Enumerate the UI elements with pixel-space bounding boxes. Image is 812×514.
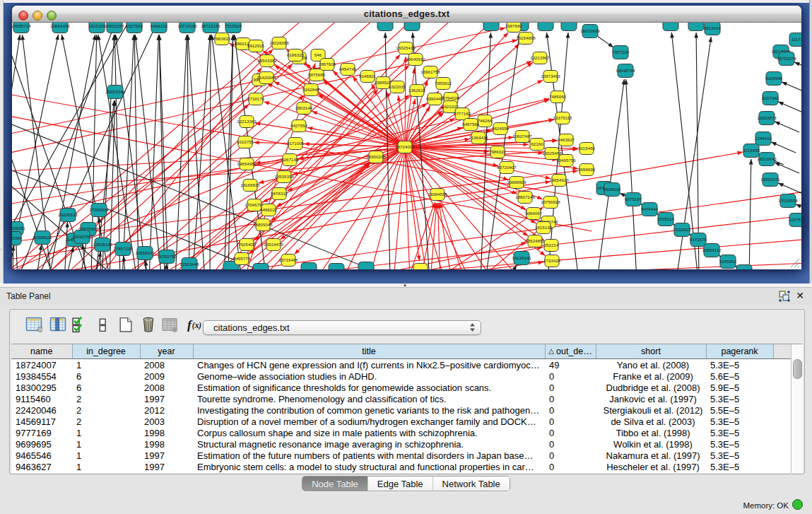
cell-title[interactable]: Corpus callosum shape and size in male p… (193, 427, 545, 438)
clear-selection-icon[interactable] (95, 316, 113, 334)
cell-name[interactable]: 9115460 (11, 393, 72, 404)
graph-node[interactable]: 9474444 (641, 203, 659, 216)
graph-node[interactable] (329, 264, 344, 270)
graph-node[interactable]: 16782759 (157, 250, 177, 264)
graph-node[interactable]: 8912915 (247, 40, 265, 52)
graph-node[interactable]: 20691406 (50, 23, 70, 33)
graph-node[interactable]: 15720407 (497, 162, 517, 174)
graph-node[interactable]: 10973493 (541, 71, 560, 83)
graph-node[interactable]: 9084067 (525, 208, 543, 220)
cell-out_de…[interactable]: 0 (545, 382, 596, 393)
splitter-grip-icon[interactable]: ▴ (404, 283, 410, 287)
cell-year[interactable]: 1997 (140, 461, 193, 472)
cell-title[interactable]: Embryonic stem cells: a model to study s… (193, 461, 545, 472)
cell-title[interactable]: Investigating the contribution of common… (193, 404, 545, 416)
graph-node[interactable]: 21364436 (469, 132, 488, 144)
table-row[interactable]: 1456911722003Disruption of a novel membe… (11, 416, 792, 427)
cell-short[interactable]: Franke et al. (2009) (596, 370, 706, 382)
cell-name[interactable]: 9777169 (11, 427, 72, 438)
cell-out_de…[interactable]: 0 (545, 404, 596, 416)
cell-year[interactable]: 2009 (140, 370, 193, 382)
cell-pagerank[interactable]: 5.3E–5 (706, 438, 773, 450)
graph-node[interactable]: 10688609 (507, 177, 526, 189)
graph-node[interactable]: 12213967 (530, 52, 550, 64)
graph-node[interactable]: 16914479 (264, 239, 283, 251)
column-header-name[interactable]: name (11, 344, 72, 359)
cell-pagerank[interactable]: 5.6E–5 (706, 370, 773, 382)
cell-title[interactable]: Disruption of a novel member of a sodium… (193, 416, 545, 427)
scrollbar-thumb[interactable] (793, 359, 802, 379)
graph-node[interactable]: 9463627 (558, 134, 575, 146)
graph-node[interactable]: 10654112 (702, 244, 722, 257)
table-source-dropdown[interactable]: citations_edges.txt (203, 320, 481, 335)
graph-node[interactable]: 18226058 (269, 37, 289, 49)
graph-node[interactable]: 12505135 (93, 238, 112, 252)
cell-in_degree[interactable]: 1 (72, 461, 140, 472)
cell-name[interactable]: 18724007 (11, 359, 72, 371)
graph-node[interactable]: 8267130 (281, 154, 299, 166)
graph-node[interactable]: 9171006 (287, 138, 305, 150)
graph-node[interactable]: 17353934 (89, 204, 109, 217)
graph-node[interactable]: 8813014 (704, 23, 722, 35)
graph-node[interactable]: 2803144 (295, 103, 313, 115)
graph-node[interactable]: 746266 (478, 115, 493, 127)
graph-node[interactable]: 12375115 (553, 112, 572, 124)
graph-node[interactable]: 9329966 (765, 72, 783, 86)
cell-short[interactable]: Tibbo et al. (1998) (596, 427, 706, 438)
graph-node[interactable]: 20206533 (58, 209, 78, 222)
cell-pagerank[interactable]: 5.3E–5 (706, 461, 773, 472)
cell-year[interactable]: 1997 (140, 450, 193, 461)
graph-node[interactable]: 17857225 (113, 243, 133, 256)
cell-short[interactable]: Nakamura et al. (1997) (596, 450, 706, 461)
graph-node[interactable]: 13524851 (525, 235, 545, 247)
graph-node[interactable]: 14136141 (512, 252, 531, 265)
graph-node[interactable]: 6322037 (389, 81, 406, 93)
table-row[interactable]: 911546021997Tourette syndrome. Phenomeno… (11, 393, 792, 404)
graph-node[interactable]: 6466102 (151, 23, 168, 33)
cell-out_de…[interactable]: 0 (545, 450, 596, 461)
cell-pagerank[interactable]: 5.3E–5 (706, 359, 773, 371)
graph-node[interactable]: 7986322 (489, 146, 507, 158)
graph-node[interactable] (538, 23, 553, 31)
graph-node[interactable]: 13535394 (274, 171, 294, 183)
graph-node[interactable]: 10653267 (105, 23, 124, 33)
table-row[interactable]: 969969511998Structural magnetic resonanc… (11, 438, 792, 450)
cell-year[interactable]: 2012 (140, 404, 193, 416)
graph-node[interactable]: 19654923 (549, 175, 569, 187)
cell-name[interactable]: 19384554 (11, 370, 72, 382)
graph-node[interactable]: 12923448 (180, 258, 199, 270)
graph-node[interactable]: 1167534 (789, 214, 801, 227)
table-row[interactable]: 1830029562008Estimation of significance … (11, 382, 792, 393)
cell-year[interactable]: 1998 (140, 438, 193, 450)
cell-out_de…[interactable]: 0 (545, 416, 596, 427)
cell-short[interactable]: Wolkin et al. (1998) (596, 438, 706, 450)
graph-node[interactable]: 6990448 (426, 93, 444, 105)
graph-node[interactable]: 16809346 (253, 219, 273, 231)
graph-node[interactable]: 5878312 (271, 188, 288, 200)
graph-node[interactable]: 11568629 (33, 231, 52, 245)
graph-node[interactable]: 7625402 (238, 239, 256, 251)
select-all-icon[interactable] (71, 316, 90, 334)
cell-in_degree[interactable]: 1 (72, 450, 140, 461)
table-row[interactable]: 2242004622012Investigating the contribut… (11, 404, 792, 416)
graph-node[interactable]: 16713155 (201, 23, 220, 33)
tab-edge-table[interactable]: Edge Table (367, 477, 433, 491)
graph-node[interactable]: 7955812 (435, 78, 452, 90)
graph-node[interactable]: 62160 (530, 139, 544, 151)
graph-node[interactable]: 13325419 (396, 42, 416, 54)
graph-node[interactable]: 16033809 (580, 25, 600, 38)
cell-title[interactable]: Tourette syndrome. Phenomenology and cla… (193, 393, 545, 404)
cell-pagerank[interactable]: 5.3E–5 (706, 393, 773, 404)
graph-node[interactable]: 8938918 (604, 183, 621, 197)
graph-node[interactable]: 8427552 (290, 120, 308, 132)
graph-node[interactable]: 15495756 (556, 155, 576, 167)
cell-pagerank[interactable]: 5.9E–5 (706, 382, 773, 393)
cell-name[interactable]: 9465546 (11, 450, 72, 461)
graph-node[interactable]: 9227343 (762, 92, 779, 105)
graph-node[interactable]: 10719185 (177, 23, 197, 33)
cell-title[interactable]: Structural magnetic resonance image aver… (193, 438, 545, 450)
graph-node[interactable] (561, 23, 577, 31)
graph-node[interactable]: 1010755 (237, 136, 254, 148)
graph-node[interactable]: 1362615 (408, 85, 426, 97)
cell-in_degree[interactable]: 6 (72, 370, 140, 382)
